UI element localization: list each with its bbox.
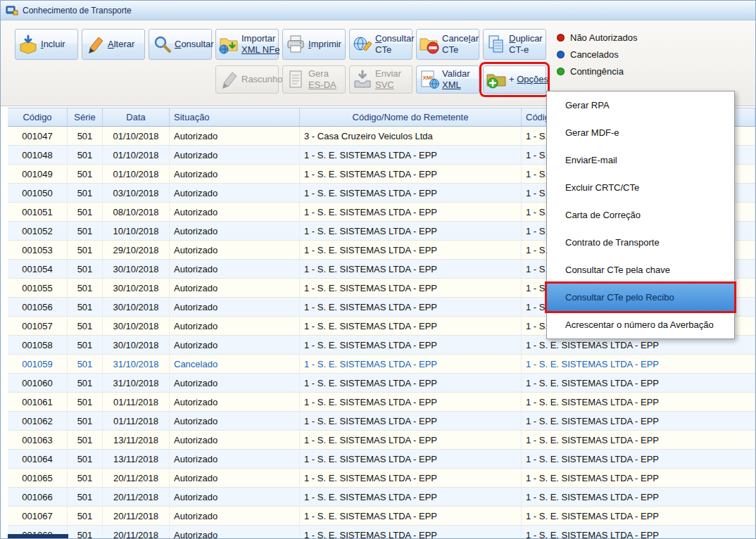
cell[interactable]: Autorizado <box>170 203 300 221</box>
cell[interactable]: 1 - S. E. SISTEMAS LTDA - EPP <box>300 469 522 487</box>
menu-item[interactable]: Consultar CTe pelo Recibo <box>547 284 734 311</box>
cell[interactable]: 001060 <box>8 374 68 392</box>
cell[interactable]: 1 - S. E. SISTEMAS LTDA - EPP <box>300 260 522 278</box>
cell[interactable]: 08/10/2018 <box>103 203 170 221</box>
cell[interactable]: 29/10/2018 <box>103 241 170 259</box>
cell[interactable]: Autorizado <box>170 507 300 525</box>
menu-item[interactable]: EnviarE-mail <box>547 146 734 174</box>
cell[interactable]: Autorizado <box>170 412 300 430</box>
cell[interactable]: 001067 <box>8 507 68 525</box>
importar-xml-nfe-button[interactable]: Importar XML NFe <box>215 29 279 60</box>
table-row[interactable]: 00106650120/11/2018Autorizado1 - S. E. S… <box>8 488 755 507</box>
cell[interactable]: 1 - S. E. SISTEMAS LTDA - EPP <box>522 507 755 525</box>
cell[interactable]: Autorizado <box>170 146 300 164</box>
menu-item[interactable]: Excluir CRTC/CTe <box>547 174 734 201</box>
cell[interactable]: 001049 <box>8 165 68 183</box>
menu-item[interactable]: Carta de Correção <box>547 201 734 229</box>
cell[interactable]: 1 - S. E. SISTEMAS LTDA - EPP <box>300 374 522 392</box>
cell[interactable]: Autorizado <box>170 374 300 392</box>
table-row[interactable]: 00106750120/11/2018Autorizado1 - S. E. S… <box>8 507 755 526</box>
incluir-button[interactable]: Incluir <box>15 29 78 60</box>
column-header[interactable]: Data <box>103 108 170 126</box>
cell[interactable]: 20/11/2018 <box>103 469 170 487</box>
cell[interactable]: 501 <box>68 317 103 335</box>
cell[interactable]: 1 - S. E. SISTEMAS LTDA - EPP <box>300 488 522 506</box>
cell[interactable]: 501 <box>68 279 103 297</box>
cell[interactable]: 001064 <box>8 450 68 468</box>
column-header[interactable]: Código <box>8 108 68 126</box>
cell[interactable]: 501 <box>68 355 103 373</box>
table-row[interactable]: 00106150101/11/2018Autorizado1 - S. E. S… <box>8 393 755 412</box>
duplicar-cte-button[interactable]: Duplicar CT-e <box>483 29 546 60</box>
cell[interactable]: 01/10/2018 <box>103 165 170 183</box>
cell[interactable]: 1 - S. E. SISTEMAS LTDA - EPP <box>522 431 755 449</box>
imprimir-button[interactable]: Imprimir <box>282 29 346 60</box>
cell[interactable]: Autorizado <box>170 298 300 316</box>
cell[interactable]: 01/10/2018 <box>103 127 170 145</box>
cell[interactable]: 501 <box>68 450 103 468</box>
cell[interactable]: 10/10/2018 <box>103 222 170 240</box>
cell[interactable]: 01/11/2018 <box>103 393 170 411</box>
cell[interactable]: Autorizado <box>170 393 300 411</box>
cell[interactable]: 1 - S. E. SISTEMAS LTDA - EPP <box>300 393 522 411</box>
column-header[interactable]: Série <box>68 108 103 126</box>
cell[interactable]: 501 <box>68 336 103 354</box>
cell[interactable]: Autorizado <box>170 184 300 202</box>
cell[interactable]: 501 <box>68 165 103 183</box>
cell[interactable]: Autorizado <box>170 165 300 183</box>
cell[interactable]: 501 <box>68 146 103 164</box>
menu-item[interactable]: Gerar MDF-e <box>547 119 734 146</box>
cell[interactable]: 001054 <box>8 260 68 278</box>
cell[interactable]: Autorizado <box>170 127 300 145</box>
cell[interactable]: 501 <box>68 184 103 202</box>
menu-item[interactable]: Consultar CTe pela chave <box>547 256 734 284</box>
cell[interactable]: Autorizado <box>170 469 300 487</box>
cell[interactable]: 1 - S. E. SISTEMAS LTDA - EPP <box>300 412 522 430</box>
cell[interactable]: 501 <box>68 374 103 392</box>
cell[interactable]: 20/11/2018 <box>103 526 170 538</box>
cancelar-cte-button[interactable]: Cancelar CTe <box>416 29 479 60</box>
cell[interactable]: Autorizado <box>170 317 300 335</box>
cell[interactable]: 1 - S. E. SISTEMAS LTDA - EPP <box>300 355 522 373</box>
cell[interactable]: 13/11/2018 <box>103 450 170 468</box>
cell[interactable]: 1 - S. E. SISTEMAS LTDA - EPP <box>522 412 755 430</box>
cell[interactable]: 1 - S. E. SISTEMAS LTDA - EPP <box>300 450 522 468</box>
consultar-cte-button[interactable]: Consultar CTe <box>349 29 412 60</box>
cell[interactable]: Autorizado <box>170 241 300 259</box>
cell[interactable]: 1 - S. E. SISTEMAS LTDA - EPP <box>300 279 522 297</box>
cell[interactable]: 501 <box>68 241 103 259</box>
column-header[interactable]: Código/Nome do Remetente <box>300 108 522 126</box>
cell[interactable]: 501 <box>68 393 103 411</box>
cell[interactable]: 01/11/2018 <box>103 412 170 430</box>
cell[interactable]: 30/10/2018 <box>103 317 170 335</box>
cell[interactable]: Autorizado <box>170 336 300 354</box>
cell[interactable]: 501 <box>68 127 103 145</box>
cell[interactable]: 501 <box>68 298 103 316</box>
cell[interactable]: 501 <box>68 526 103 538</box>
cell[interactable]: 30/10/2018 <box>103 298 170 316</box>
cell[interactable]: 001059 <box>8 355 68 373</box>
column-header[interactable]: Situação <box>170 108 300 126</box>
cell[interactable]: 1 - S. E. SISTEMAS LTDA - EPP <box>300 526 522 538</box>
table-row[interactable]: 00106050131/10/2018Autorizado1 - S. E. S… <box>8 374 755 393</box>
cell[interactable]: 001050 <box>8 184 68 202</box>
cell[interactable]: 501 <box>68 507 103 525</box>
cell[interactable]: 1 - S. E. SISTEMAS LTDA - EPP <box>300 298 522 316</box>
cell[interactable]: 001061 <box>8 393 68 411</box>
cell[interactable]: 1 - S. E. SISTEMAS LTDA - EPP <box>300 431 522 449</box>
cell[interactable]: 1 - S. E. SISTEMAS LTDA - EPP <box>522 469 755 487</box>
cell[interactable]: 1 - S. E. SISTEMAS LTDA - EPP <box>522 393 755 411</box>
cell[interactable]: 1 - S. E. SISTEMAS LTDA - EPP <box>300 336 522 354</box>
cell[interactable]: Autorizado <box>170 431 300 449</box>
cell[interactable]: 501 <box>68 469 103 487</box>
cell[interactable]: 001055 <box>8 279 68 297</box>
cell[interactable]: Autorizado <box>170 222 300 240</box>
cell[interactable]: 20/11/2018 <box>103 507 170 525</box>
cell[interactable]: 001053 <box>8 241 68 259</box>
cell[interactable]: 001047 <box>8 127 68 145</box>
cell[interactable]: 001062 <box>8 412 68 430</box>
cell[interactable]: Autorizado <box>170 488 300 506</box>
cell[interactable]: 501 <box>68 260 103 278</box>
cell[interactable]: 1 - S. E. SISTEMAS LTDA - EPP <box>300 165 522 183</box>
cell[interactable]: 001051 <box>8 203 68 221</box>
